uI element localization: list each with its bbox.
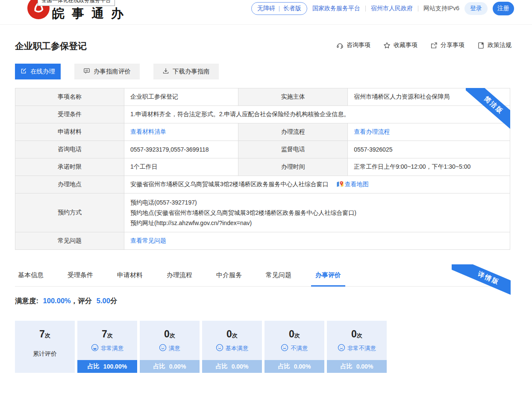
page-title: 企业职工参保登记 [15, 40, 87, 52]
unsatisfied-ratio: 0.00% [294, 363, 311, 370]
accessibility-pill[interactable]: 无障碍 长者版 [251, 2, 307, 15]
count-unit: 次 [357, 332, 362, 339]
map-view-link[interactable]: 查看地图 [345, 181, 369, 188]
register-button[interactable]: 注册 [493, 2, 514, 15]
share-item-button[interactable]: 分享事项 [430, 41, 464, 49]
supervise-phone-label: 监督电话 [238, 141, 348, 158]
location-value: 安徽省宿州市埇桥区义乌商贸城展3馆2楼埇桥区政务服务中心人社综合窗口 [130, 181, 329, 187]
count-unit: 次 [232, 332, 238, 339]
tab-basic-info[interactable]: 基本信息 [18, 271, 44, 279]
share-icon [430, 42, 438, 49]
booking-label: 预约方式 [15, 193, 124, 232]
ratio-label: 占比 [88, 363, 100, 370]
consult-phone-label: 咨询电话 [15, 141, 124, 158]
faq-view-link[interactable]: 查看常见问题 [130, 237, 166, 244]
very-unsatisfied-count: 0 [351, 328, 357, 340]
comment-icon [83, 67, 90, 76]
satisfaction-value: 100.00% [43, 297, 71, 305]
ipv6-label: 网站支持IPv6 [423, 5, 459, 12]
download-guide-label: 下载办事指南 [173, 67, 210, 76]
booking-url: 预约网址(http://sz.ahzwfw.gov.cn/?index=nav) [130, 218, 504, 228]
very-satisfied-count: 7 [102, 328, 107, 340]
consult-item-label: 咨询事项 [347, 41, 370, 49]
deadline-label: 承诺时限 [15, 158, 124, 176]
consult-item-button[interactable]: 咨询事项 [336, 41, 370, 49]
materials-list-link[interactable]: 查看材料清单 [130, 128, 166, 135]
tab-conditions[interactable]: 受理条件 [68, 271, 93, 279]
score-label: ，评分 [71, 297, 92, 305]
guide-review-label: 办事指南评价 [94, 67, 131, 76]
location-label: 办理地点 [15, 176, 124, 193]
booking-place: 预约地点(安徽省宿州市埇桥区义乌商贸城展3馆2楼埇桥区政务服务中心人社综合窗口) [130, 208, 504, 218]
supervise-phone-value: 0557-3926025 [348, 141, 510, 158]
policy-item-button[interactable]: 政策法规 [477, 41, 511, 49]
card-basically-satisfied: 0次 基本满意 占比 0.00% [202, 321, 262, 373]
table-row: 申请材料 查看材料清单 办理流程 查看办理流程 [15, 123, 510, 141]
download-guide-button[interactable]: 下载办事指南 [153, 64, 219, 79]
conditions-label: 受理条件 [15, 106, 124, 123]
unsatisfied-count: 0 [289, 328, 294, 340]
detail-tabs: 基本信息 受理条件 申请材料 办理流程 中介服务 常见问题 办事评价 [15, 269, 510, 287]
very-unsatisfied-icon [338, 344, 345, 353]
count-unit: 次 [170, 332, 175, 339]
table-row: 办理地点 安徽省宿州市埇桥区义乌商贸城展3馆2楼埇桥区政务服务中心人社综合窗口 … [15, 176, 510, 193]
materials-label: 申请材料 [15, 123, 124, 141]
process-view-link[interactable]: 查看办理流程 [354, 128, 390, 135]
share-item-label: 分享事项 [441, 41, 464, 49]
unsatisfied-icon [281, 344, 288, 353]
site-name[interactable]: 皖事通办 [52, 5, 131, 22]
very-unsatisfied-label: 非常不满意 [347, 345, 376, 352]
national-platform-link[interactable]: 国家政务服务平台 [312, 5, 360, 12]
faq-label: 常见问题 [15, 232, 124, 250]
tab-materials[interactable]: 申请材料 [117, 271, 143, 279]
conditions-value: 1.申请材料齐全，符合法定形式。2.申请人应配合社会保险经办机构核验企业信息。 [124, 106, 510, 123]
total-count: 7 [39, 328, 45, 340]
map-icon [336, 180, 344, 189]
platform-badge: 全国一体化在线政务服务平台 [38, 0, 115, 6]
unsatisfied-label: 不满意 [291, 345, 308, 352]
city-gov-link[interactable]: 宿州市人民政府 [371, 5, 413, 12]
satisfied-ratio: 0.00% [169, 363, 186, 370]
online-handle-button[interactable]: 在线办理 [15, 64, 61, 79]
table-row: 事项名称 企业职工参保登记 实施主体 宿州市埇桥区人力资源和社会保障局 [15, 88, 510, 106]
quick-actions: 咨询事项 收藏事项 分享事项 [336, 41, 511, 49]
header-nav: 无障碍 长者版 国家政务服务平台 宿州市人民政府 网站支持IPv6 登录 注册 [251, 2, 514, 15]
basically-satisfied-ratio: 0.00% [232, 363, 249, 370]
satisfaction-line: 满意度: 100.00%，评分 5.00分 [15, 296, 517, 306]
tab-process[interactable]: 办理流程 [167, 271, 192, 279]
site-header: 全国一体化在线政务服务平台 皖事通办 无障碍 长者版 国家政务服务平台 宿州市人… [0, 0, 532, 25]
card-unsatisfied: 0次 不满意 占比 0.00% [265, 321, 324, 373]
online-handle-label: 在线办理 [30, 67, 55, 76]
very-satisfied-ratio: 100.00% [103, 363, 127, 370]
satisfaction-label: 满意度: [15, 297, 38, 305]
very-unsatisfied-ratio: 0.00% [356, 363, 373, 370]
hours-label: 办理时间 [238, 158, 348, 176]
policy-item-label: 政策法规 [488, 41, 511, 49]
count-unit: 次 [45, 332, 50, 339]
table-row: 受理条件 1.申请材料齐全，符合法定形式。2.申请人应配合社会保险经办机构核验企… [15, 106, 510, 123]
ratio-label: 占比 [216, 363, 228, 370]
favorite-item-button[interactable]: 收藏事项 [383, 41, 417, 49]
login-button[interactable]: 登录 [464, 2, 488, 15]
tab-agency-service[interactable]: 中介服务 [216, 271, 242, 279]
consult-phone-value: 0557-3923179,0557-3699118 [124, 141, 238, 158]
item-name-label: 事项名称 [15, 88, 124, 106]
tab-faq[interactable]: 常见问题 [266, 271, 291, 279]
elder-version-link[interactable]: 长者版 [283, 5, 301, 12]
score-value: 5.00 [97, 297, 110, 305]
very-satisfied-icon [91, 344, 99, 353]
table-row: 承诺时限 1个工作日 办理时间 正常工作日上午9:00~12:00，下午1:30… [15, 158, 510, 176]
pill-divider [279, 6, 279, 12]
guide-review-button[interactable]: 办事指南评价 [74, 64, 140, 79]
ratio-label: 占比 [153, 363, 165, 370]
ratio-label: 占比 [341, 363, 353, 370]
very-satisfied-label: 非常满意 [101, 345, 124, 352]
policy-book-icon [477, 42, 485, 49]
nav-divider [365, 6, 366, 12]
accessibility-link[interactable]: 无障碍 [257, 5, 275, 12]
basically-satisfied-icon [216, 344, 223, 353]
tab-evaluation[interactable]: 办事评价 [315, 271, 341, 279]
nav-divider [418, 6, 418, 12]
authority-label: 实施主体 [238, 88, 348, 106]
table-row: 咨询电话 0557-3923179,0557-3699118 监督电话 0557… [15, 141, 510, 158]
